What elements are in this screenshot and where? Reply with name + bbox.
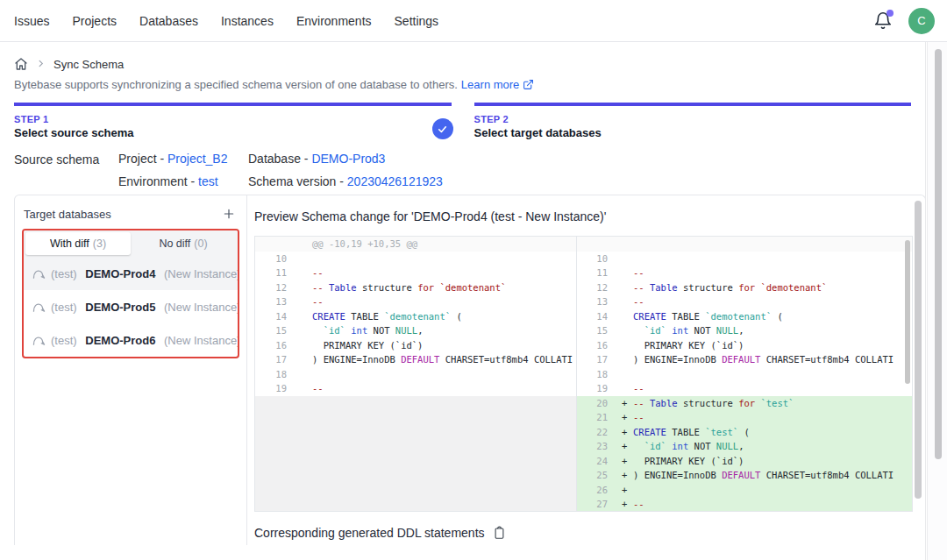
- diff-prefix: [301, 237, 312, 252]
- code-line-14: 14CREATE TABLE `demotenant` (: [255, 309, 576, 324]
- token: NOT: [367, 323, 395, 338]
- notifications-button[interactable]: [873, 11, 893, 31]
- line-content: --: [295, 266, 576, 280]
- field-value-link-schema-version[interactable]: 20230426121923: [347, 174, 443, 188]
- line-content: +CREATE TABLE `test` (: [616, 425, 912, 440]
- main-panel: Target databases With diff(3)No diff(0) …: [14, 195, 926, 545]
- add-target-database-button[interactable]: [222, 207, 236, 221]
- source-field-project: Project - Project_B2: [118, 152, 248, 166]
- token: DEFAULT: [722, 468, 760, 483]
- user-avatar[interactable]: C: [908, 8, 935, 34]
- tab-no-diff[interactable]: No diff(0): [131, 232, 236, 255]
- line-content: ) ENGINE=InnoDB DEFAULT CHARSET=utf8mb4 …: [616, 352, 912, 367]
- token: int: [672, 439, 688, 454]
- schema-diff-editor[interactable]: @@ -10,19 +10,35 @@1011--12-- Table stru…: [254, 236, 913, 512]
- step-indicator: STEP 1 Select source schema STEP 2 Selec…: [0, 103, 925, 139]
- token: TABLE: [666, 425, 705, 440]
- line-number: 20: [577, 396, 616, 411]
- code-line-10: 10: [577, 252, 912, 266]
- code-line-24: 24+ PRIMARY KEY (`id`): [577, 454, 912, 469]
- token: CHARSET=utf8mb4 COLLATI: [760, 468, 894, 483]
- token: structure: [678, 280, 739, 295]
- editor-scrollbar-thumb[interactable]: [905, 240, 910, 384]
- line-number-gutter: [255, 237, 295, 252]
- code-line-18: 18: [255, 367, 576, 382]
- diff-prefix: [622, 381, 633, 396]
- preview-scrollbar-thumb[interactable]: [915, 201, 922, 499]
- line-content: `id` int NOT NULL,: [295, 323, 576, 338]
- target-databases-title: Target databases: [24, 208, 111, 221]
- home-icon[interactable]: [14, 57, 28, 71]
- line-content: [616, 367, 912, 382]
- step-1-check-icon: [432, 118, 453, 139]
- token: ) ENGINE=InnoDB: [312, 352, 401, 367]
- token: CHARSET=utf8mb4 COLLATI: [439, 352, 573, 367]
- field-value-link-environment[interactable]: test: [198, 174, 218, 188]
- token: [312, 323, 324, 338]
- token: --: [312, 381, 324, 396]
- code-line-17: 17) ENGINE=InnoDB DEFAULT CHARSET=utf8mb…: [255, 352, 576, 367]
- diff-prefix: [622, 252, 633, 266]
- copy-ddl-button[interactable]: [493, 526, 506, 540]
- external-link-icon[interactable]: [523, 79, 534, 90]
- line-number: 14: [577, 309, 616, 324]
- token: `id`: [644, 439, 666, 454]
- code-line-11: 11--: [577, 266, 912, 280]
- nav-item-issues[interactable]: Issues: [14, 14, 49, 28]
- token: [633, 323, 644, 338]
- token: Table: [650, 396, 678, 411]
- diff-prefix: [622, 323, 633, 338]
- diff-prefix: [301, 309, 312, 324]
- code-line-19: 19--: [255, 381, 576, 396]
- line-number: 10: [255, 252, 295, 266]
- line-content: --: [616, 266, 912, 280]
- diff-filter-tabs: With diff(3)No diff(0): [24, 230, 238, 257]
- diff-hunk-header: @@ -10,19 +10,35 @@: [295, 237, 576, 252]
- tab-count: (0): [194, 237, 207, 250]
- target-database-list: (test) DEMO-Prod4 (New Instance) (test) …: [24, 257, 238, 357]
- preview-title: Preview Schema change for 'DEMO-Prod4 (t…: [254, 208, 925, 225]
- diff-pane-original: @@ -10,19 +10,35 @@1011--12-- Table stru…: [255, 237, 576, 511]
- line-number: 15: [577, 323, 616, 338]
- line-number: 16: [577, 338, 616, 353]
- diff-hunk-header-row: [577, 237, 912, 252]
- token: for: [738, 396, 755, 411]
- diff-prefix: [301, 266, 312, 280]
- page-scrollbar[interactable]: [927, 42, 947, 560]
- diff-prefix: +: [622, 483, 633, 498]
- field-value-link-database[interactable]: DEMO-Prod3: [311, 152, 385, 166]
- nav-item-settings[interactable]: Settings: [395, 14, 439, 28]
- ddl-statements-label: Corresponding generated DDL statements: [254, 526, 485, 540]
- line-content: [295, 252, 576, 266]
- token: PRIMARY KEY (`id`): [633, 454, 744, 469]
- database-environment: (test): [51, 334, 77, 347]
- database-name: DEMO-Prod4: [82, 267, 156, 280]
- target-database-item-demo-prod4[interactable]: (test) DEMO-Prod4 (New Instance): [24, 257, 238, 290]
- nav-item-instances[interactable]: Instances: [221, 14, 274, 28]
- token: for: [738, 280, 755, 295]
- line-content: `id` int NOT NULL,: [616, 323, 912, 338]
- tab-label: No diff: [159, 237, 190, 250]
- schema-preview-panel: Preview Schema change for 'DEMO-Prod4 (t…: [247, 195, 925, 545]
- database-environment: (test): [51, 301, 77, 314]
- line-content: --: [616, 381, 912, 396]
- token: NULL: [716, 439, 738, 454]
- line-number: 18: [255, 367, 295, 382]
- learn-more-link[interactable]: Learn more: [461, 78, 519, 91]
- target-database-item-demo-prod6[interactable]: (test) DEMO-Prod6 (New Instance): [24, 323, 238, 357]
- target-database-item-demo-prod5[interactable]: (test) DEMO-Prod5 (New Instance): [24, 290, 238, 323]
- line-number: 22: [577, 425, 616, 440]
- nav-item-databases[interactable]: Databases: [139, 14, 198, 28]
- token: --: [633, 280, 650, 295]
- line-number: 17: [255, 352, 295, 367]
- nav-item-environments[interactable]: Environments: [296, 14, 372, 28]
- diff-prefix: [622, 338, 633, 353]
- page-scrollbar-thumb[interactable]: [935, 49, 942, 459]
- diff-prefix: [301, 381, 312, 396]
- field-value-link-project[interactable]: Project_B2: [167, 152, 227, 166]
- diff-prefix: [622, 266, 633, 280]
- nav-item-projects[interactable]: Projects: [72, 14, 117, 28]
- tab-with-diff[interactable]: With diff(3): [25, 232, 131, 255]
- bell-icon: [873, 18, 893, 33]
- token: ) ENGINE=InnoDB: [633, 468, 722, 483]
